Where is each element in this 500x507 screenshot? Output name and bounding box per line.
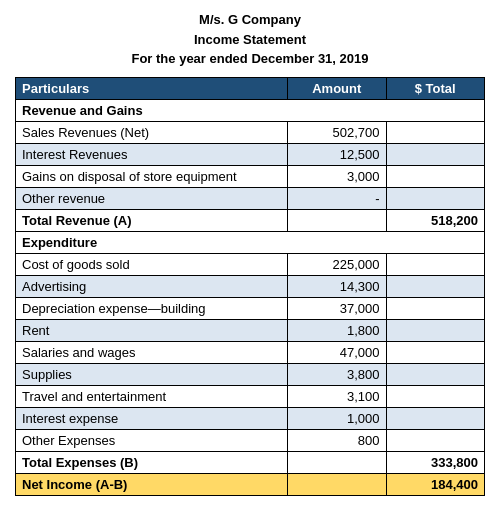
row-name: Other revenue — [16, 187, 288, 209]
row-name: Gains on disposal of store equipment — [16, 165, 288, 187]
section-total-label-0: Total Revenue (A) — [16, 209, 288, 231]
row-amount: 3,800 — [288, 363, 386, 385]
row-name: Cost of goods sold — [16, 253, 288, 275]
table-row: Interest expense 1,000 — [16, 407, 485, 429]
section-total-value-0: 518,200 — [386, 209, 485, 231]
row-name: Interest expense — [16, 407, 288, 429]
row-amount: 12,500 — [288, 143, 386, 165]
row-amount: 1,000 — [288, 407, 386, 429]
section-header-0: Revenue and Gains — [16, 99, 485, 121]
row-name: Sales Revenues (Net) — [16, 121, 288, 143]
table-row: Supplies 3,800 — [16, 363, 485, 385]
col-header-particulars: Particulars — [16, 77, 288, 99]
row-name: Supplies — [16, 363, 288, 385]
col-header-amount: Amount — [288, 77, 386, 99]
row-name: Advertising — [16, 275, 288, 297]
table-row: Travel and entertainment 3,100 — [16, 385, 485, 407]
row-amount: 14,300 — [288, 275, 386, 297]
row-name: Depreciation expense—building — [16, 297, 288, 319]
row-amount: 800 — [288, 429, 386, 451]
net-income-amount — [288, 473, 386, 495]
row-total — [386, 275, 485, 297]
row-total — [386, 143, 485, 165]
table-row: Other revenue - — [16, 187, 485, 209]
table-row: Sales Revenues (Net) 502,700 — [16, 121, 485, 143]
row-name: Interest Revenues — [16, 143, 288, 165]
row-name: Salaries and wages — [16, 341, 288, 363]
row-total — [386, 407, 485, 429]
table-row: Advertising 14,300 — [16, 275, 485, 297]
row-amount: 1,800 — [288, 319, 386, 341]
table-row: Cost of goods sold 225,000 — [16, 253, 485, 275]
table-row: Depreciation expense—building 37,000 — [16, 297, 485, 319]
report-period: For the year ended December 31, 2019 — [15, 49, 485, 69]
table-header-row: Particulars Amount $ Total — [16, 77, 485, 99]
section-total-row-1: Total Expenses (B) 333,800 — [16, 451, 485, 473]
row-amount: 37,000 — [288, 297, 386, 319]
table-row: Gains on disposal of store equipment 3,0… — [16, 165, 485, 187]
row-amount: 3,100 — [288, 385, 386, 407]
row-amount: 3,000 — [288, 165, 386, 187]
row-total — [386, 297, 485, 319]
col-header-total: $ Total — [386, 77, 485, 99]
net-income-row: Net Income (A-B) 184,400 — [16, 473, 485, 495]
row-total — [386, 165, 485, 187]
section-total-value-1: 333,800 — [386, 451, 485, 473]
row-total — [386, 385, 485, 407]
report-header: M/s. G Company Income Statement For the … — [15, 10, 485, 69]
net-income-label: Net Income (A-B) — [16, 473, 288, 495]
row-total — [386, 429, 485, 451]
section-total-amount-0 — [288, 209, 386, 231]
section-label-0: Revenue and Gains — [16, 99, 485, 121]
income-statement-table: Particulars Amount $ Total Revenue and G… — [15, 77, 485, 496]
table-row: Interest Revenues 12,500 — [16, 143, 485, 165]
row-total — [386, 341, 485, 363]
section-label-1: Expenditure — [16, 231, 485, 253]
row-amount: - — [288, 187, 386, 209]
net-income-total: 184,400 — [386, 473, 485, 495]
section-header-1: Expenditure — [16, 231, 485, 253]
row-amount: 502,700 — [288, 121, 386, 143]
row-total — [386, 319, 485, 341]
section-total-row-0: Total Revenue (A) 518,200 — [16, 209, 485, 231]
table-row: Other Expenses 800 — [16, 429, 485, 451]
row-name: Travel and entertainment — [16, 385, 288, 407]
section-total-amount-1 — [288, 451, 386, 473]
table-row: Rent 1,800 — [16, 319, 485, 341]
row-amount: 225,000 — [288, 253, 386, 275]
row-name: Rent — [16, 319, 288, 341]
row-total — [386, 121, 485, 143]
company-name: M/s. G Company — [15, 10, 485, 30]
report-title: Income Statement — [15, 30, 485, 50]
table-row: Salaries and wages 47,000 — [16, 341, 485, 363]
row-total — [386, 187, 485, 209]
row-name: Other Expenses — [16, 429, 288, 451]
row-total — [386, 363, 485, 385]
row-amount: 47,000 — [288, 341, 386, 363]
section-total-label-1: Total Expenses (B) — [16, 451, 288, 473]
row-total — [386, 253, 485, 275]
